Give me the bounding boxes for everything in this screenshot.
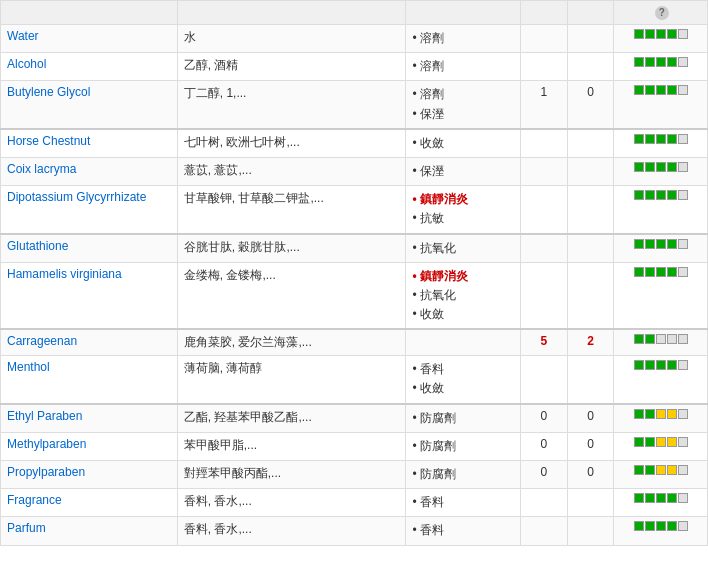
ingredient-cell: Coix lacryma <box>1 157 178 185</box>
safety-bar-segment <box>678 85 688 95</box>
safety-bar-segment <box>656 190 666 200</box>
safety-bar-segment <box>667 465 677 475</box>
ingredient-link[interactable]: Water <box>7 29 39 43</box>
safety-bar-segment <box>667 360 677 370</box>
table-row: Fragrance香料, 香水,...• 香料 <box>1 489 708 517</box>
header-powder <box>520 1 567 25</box>
powder-score: 5 <box>540 334 547 348</box>
powder-score: 0 <box>540 465 547 479</box>
header-safety: ? <box>614 1 708 25</box>
irritate-score: 0 <box>587 85 594 99</box>
property-item: • 防腐劑 <box>412 437 513 456</box>
safety-bar-segment <box>667 334 677 344</box>
safety-cell <box>614 157 708 185</box>
irritate-cell: 0 <box>567 81 614 129</box>
chinese-name-cell: 薏苡, 薏苡,... <box>177 157 406 185</box>
safety-bar-segment <box>634 162 644 172</box>
table-row: Glutathione谷胱甘肽, 穀胱甘肽,...• 抗氧化 <box>1 234 708 263</box>
safety-help-icon[interactable]: ? <box>655 6 669 20</box>
safety-bar-segment <box>634 190 644 200</box>
ingredient-link[interactable]: Menthol <box>7 360 50 374</box>
property-item: • 保溼 <box>412 162 513 181</box>
safety-bar-segment <box>678 334 688 344</box>
powder-score: 0 <box>540 409 547 423</box>
ingredient-link[interactable]: Carrageenan <box>7 334 77 348</box>
safety-bar <box>620 57 701 67</box>
safety-bar-segment <box>656 134 666 144</box>
ingredient-link[interactable]: Horse Chestnut <box>7 134 90 148</box>
properties-cell: • 鎮靜消炎• 抗氧化• 收斂 <box>406 262 520 329</box>
ingredient-cell: Ethyl Paraben <box>1 404 178 433</box>
safety-bar-segment <box>678 267 688 277</box>
safety-cell <box>614 53 708 81</box>
table-row: Alcohol乙醇, 酒精• 溶劑 <box>1 53 708 81</box>
safety-bar-segment <box>634 334 644 344</box>
chinese-name-cell: 乙酯, 羟基苯甲酸乙酯,... <box>177 404 406 433</box>
safety-bar-segment <box>656 267 666 277</box>
ingredient-link[interactable]: Propylparaben <box>7 465 85 479</box>
irritate-score: 2 <box>587 334 594 348</box>
safety-bar <box>620 267 701 277</box>
property-item: • 收斂 <box>412 379 513 398</box>
ingredient-link[interactable]: Ethyl Paraben <box>7 409 82 423</box>
ingredient-cell: Parfum <box>1 517 178 545</box>
safety-bar-segment <box>667 162 677 172</box>
ingredient-link[interactable]: Glutathione <box>7 239 68 253</box>
safety-cell <box>614 432 708 460</box>
safety-bar-segment <box>645 521 655 531</box>
irritate-score: 0 <box>587 409 594 423</box>
ingredient-link[interactable]: Butylene Glycol <box>7 85 90 99</box>
safety-bar <box>620 521 701 531</box>
properties-cell: • 溶劑• 保溼 <box>406 81 520 129</box>
safety-bar-segment <box>645 162 655 172</box>
ingredient-link[interactable]: Methylparaben <box>7 437 86 451</box>
safety-bar-segment <box>678 57 688 67</box>
safety-bar-segment <box>656 360 666 370</box>
powder-cell <box>520 489 567 517</box>
safety-bar-segment <box>667 239 677 249</box>
safety-bar-segment <box>667 493 677 503</box>
ingredient-cell: Menthol <box>1 356 178 404</box>
ingredient-link[interactable]: Coix lacryma <box>7 162 76 176</box>
table-row: Ethyl Paraben乙酯, 羟基苯甲酸乙酯,...• 防腐劑00 <box>1 404 708 433</box>
irritate-cell: 0 <box>567 461 614 489</box>
property-item: • 鎮靜消炎 <box>412 190 513 209</box>
safety-bar-segment <box>634 57 644 67</box>
table-row: Menthol薄荷脑, 薄荷醇• 香料• 收斂 <box>1 356 708 404</box>
chinese-name-cell: 苯甲酸甲脂,... <box>177 432 406 460</box>
properties-cell: • 香料• 收斂 <box>406 356 520 404</box>
safety-cell <box>614 517 708 545</box>
powder-cell: 0 <box>520 404 567 433</box>
ingredient-link[interactable]: Fragrance <box>7 493 62 507</box>
ingredient-link[interactable]: Alcohol <box>7 57 46 71</box>
safety-bar-segment <box>678 162 688 172</box>
safety-bar-segment <box>656 85 666 95</box>
properties-cell: • 防腐劑 <box>406 461 520 489</box>
properties-cell: • 溶劑 <box>406 53 520 81</box>
powder-cell: 5 <box>520 329 567 356</box>
safety-bar-segment <box>656 162 666 172</box>
property-item: • 收斂 <box>412 305 513 324</box>
property-item: • 溶劑 <box>412 29 513 48</box>
safety-bar-segment <box>645 29 655 39</box>
safety-bar <box>620 162 701 172</box>
ingredient-link[interactable]: Hamamelis virginiana <box>7 267 122 281</box>
ingredient-link[interactable]: Dipotassium Glycyrrhizate <box>7 190 146 204</box>
ingredient-cell: Methylparaben <box>1 432 178 460</box>
safety-cell <box>614 489 708 517</box>
property-item: • 抗敏 <box>412 209 513 228</box>
irritate-cell <box>567 53 614 81</box>
safety-bar-segment <box>656 465 666 475</box>
properties-cell: • 抗氧化 <box>406 234 520 263</box>
safety-bar-segment <box>634 134 644 144</box>
safety-bar-segment <box>667 134 677 144</box>
properties-cell: • 鎮靜消炎• 抗敏 <box>406 186 520 234</box>
header-ingredient <box>1 1 178 25</box>
safety-bar-segment <box>678 134 688 144</box>
irritate-cell: 2 <box>567 329 614 356</box>
ingredient-cell: Butylene Glycol <box>1 81 178 129</box>
safety-bar-segment <box>656 437 666 447</box>
irritate-cell <box>567 356 614 404</box>
ingredient-link[interactable]: Parfum <box>7 521 46 535</box>
powder-cell <box>520 262 567 329</box>
